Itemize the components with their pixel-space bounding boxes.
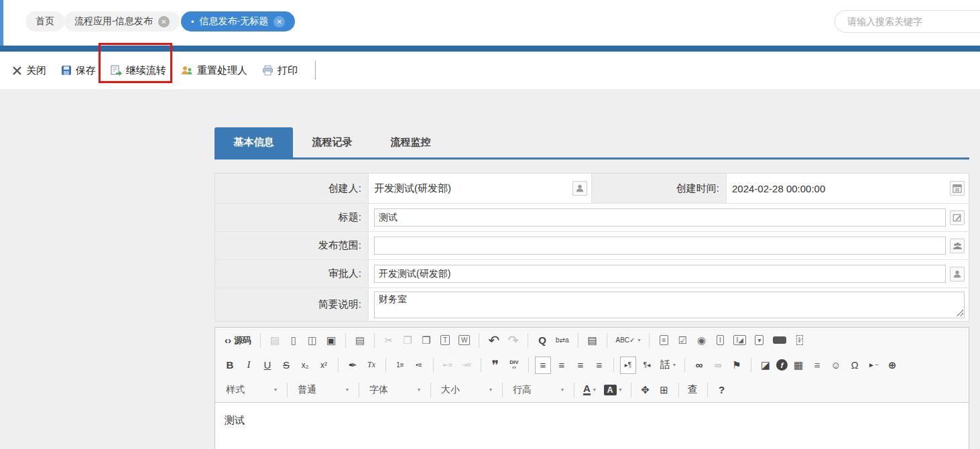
underline-icon[interactable]: U [259,357,275,374]
print-icon[interactable]: ▣ [323,332,339,349]
person-picker-icon[interactable] [950,267,965,281]
special-character-icon[interactable]: Ω [847,357,863,374]
copy-formatting-icon[interactable]: ✒ [345,357,361,374]
numbered-list-icon[interactable]: 1≡ [392,357,408,374]
paste-from-word-icon[interactable]: W [456,332,473,349]
preview-icon[interactable]: ◫ [304,332,320,349]
iframe-icon[interactable]: ⊕ [884,357,900,374]
about-button[interactable]: ? [714,381,730,399]
paragraph-format-dropdown[interactable]: 普通▾ [294,381,353,399]
textarea-field-icon[interactable]: I◢ [731,332,748,349]
edit-icon[interactable] [950,210,965,225]
toolbar-separator [481,358,481,373]
subscript-icon[interactable]: x₂ [297,357,313,374]
search-input[interactable] [835,10,980,33]
text-field-icon[interactable]: I [712,332,728,349]
font-size-dropdown[interactable]: 大小▾ [437,381,496,399]
scope-input[interactable] [374,237,946,255]
approver-input[interactable] [374,265,946,283]
align-right-icon[interactable]: ≡ [572,357,589,374]
reset-handler-button[interactable]: 重置处理人 [181,64,247,77]
title-input[interactable] [374,208,946,227]
paste-as-text-icon[interactable]: T [437,332,453,349]
language-button[interactable]: 話▾ [658,357,678,374]
tab-flow-record-label: 流程记录 [312,136,353,149]
calendar-icon[interactable] [950,181,965,196]
new-page-icon[interactable]: ▯ [286,332,302,349]
summary-textarea[interactable]: 财务室 [374,292,965,318]
image-icon[interactable]: ◪ [757,357,774,374]
button-field-icon[interactable] [773,336,786,344]
find-icon[interactable]: Q [534,332,550,349]
select-field-icon[interactable]: ▾ [751,332,768,349]
close-tab-icon[interactable]: ✕ [273,16,285,27]
toolbar-separator [607,333,607,348]
source-button[interactable]: ‹›源码 [222,332,254,349]
form-field-icon[interactable]: ≡ [656,332,672,349]
paste-icon[interactable]: ❒ [418,332,434,349]
anchor-icon[interactable]: ⚑ [729,357,745,374]
form-row-scope: 发布范围: [215,231,969,259]
form-row-approver: 审批人: [215,259,969,287]
tab-home-label: 首页 [36,15,54,27]
link-icon[interactable]: ∞ [691,357,707,374]
group-picker-icon[interactable] [950,239,965,253]
bullet-list-icon[interactable]: •≡ [411,357,427,374]
smiley-icon[interactable]: ☺ [828,357,844,374]
align-center-icon[interactable]: ≡ [554,357,570,374]
background-color-button[interactable]: A▾ [601,381,625,399]
tab-flow-monitor[interactable]: 流程监控 [371,127,450,157]
blockquote-icon[interactable]: ❞ [487,357,503,374]
line-height-dropdown[interactable]: 行高▾ [509,381,568,399]
italic-icon[interactable]: I [241,357,257,374]
style-dropdown[interactable]: 样式▾ [222,381,281,399]
print-button[interactable]: 打印 [262,64,298,77]
toolbar-separator [751,358,751,373]
select-all-icon[interactable]: ▤ [585,332,601,349]
close-icon [12,66,22,76]
page-break-icon[interactable]: ►┄ [865,357,881,374]
templates-icon[interactable]: ▤ [352,332,368,349]
save-button[interactable]: 保存 [61,64,96,77]
close-button[interactable]: 关闭 [12,64,46,77]
editor-toolbar-row3: 样式▾普通▾字体▾大小▾行高▾A▾A▾✥⊞查? [215,377,969,402]
text-direction-ltr-icon[interactable]: ▸¶ [620,357,636,374]
maximize-icon[interactable]: ✥ [637,381,654,399]
div-container-icon[interactable]: DIV ‹› [506,357,522,374]
radio-button-icon[interactable]: ◉ [693,332,709,349]
flash-icon[interactable]: f [776,359,788,371]
toolbar-separator [502,383,503,397]
continue-flow-button[interactable]: 继续流转 [111,64,166,77]
horizontal-line-icon[interactable]: ≡ [809,357,825,374]
checkbox-icon[interactable]: ☑ [674,332,690,349]
align-left-icon[interactable]: ≡ [535,357,551,374]
show-blocks-icon[interactable]: ⊞ [656,381,672,399]
undo-icon[interactable]: ↶ [485,332,502,349]
table-icon[interactable]: ▦ [790,357,806,374]
replace-icon[interactable]: b⇄a [553,332,572,349]
spellcheck-button[interactable]: ABC✓▾ [613,332,644,349]
tab-process-app[interactable]: 流程应用-信息发布 ✕ [64,11,180,31]
copy-icon: ❐ [400,332,416,349]
bold-icon[interactable]: B [222,357,238,374]
tab-info-publish-untitled[interactable]: • 信息发布-无标题 ✕ [181,11,295,31]
remove-format-icon[interactable]: Tx [363,357,379,374]
strikethrough-icon[interactable]: S [278,357,294,374]
tab-basic-info[interactable]: 基本信息 [215,127,293,157]
save-icon: ▤ [267,332,283,349]
tab-home[interactable]: 首页 [25,11,64,31]
editor-content[interactable]: 测试 [215,402,969,449]
close-tab-icon[interactable]: ✕ [158,16,170,27]
hidden-field-icon[interactable]: I∕ [792,332,808,349]
align-justify-icon[interactable]: ≡ [591,357,607,374]
toolbar-separator [345,333,346,348]
creator-label: 创建人: [215,174,369,203]
superscript-icon[interactable]: x² [316,357,332,374]
text-color-button[interactable]: A▾ [580,381,599,399]
tab-flow-record[interactable]: 流程记录 [293,127,371,157]
check-button[interactable]: 查 [685,381,701,399]
created-time-value: 2024-02-28 00:00:00 [732,183,825,194]
text-direction-rtl-icon[interactable]: ¶◂ [639,357,655,374]
person-picker-icon[interactable] [572,181,587,196]
font-dropdown[interactable]: 字体▾ [365,381,424,399]
